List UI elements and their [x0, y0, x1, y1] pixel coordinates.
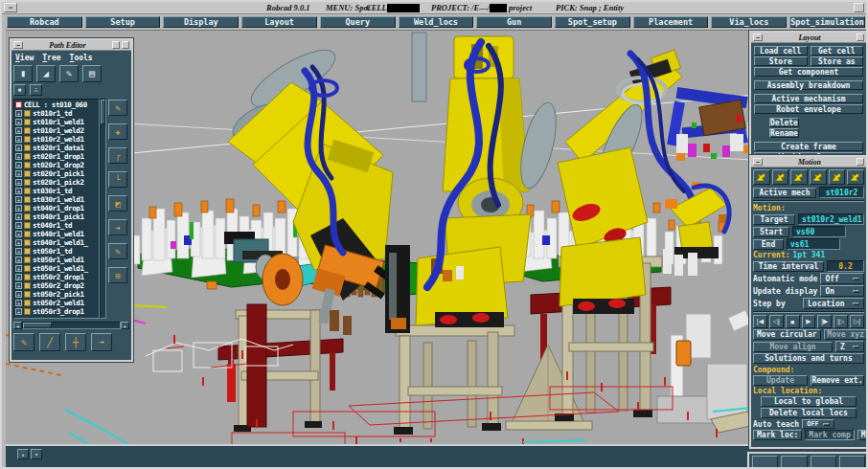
tree-item[interactable]: + st050r2_pick1	[15, 290, 99, 299]
tree-vertical-scrollbar[interactable]	[100, 99, 106, 319]
store-as-button[interactable]: Store as	[811, 56, 864, 66]
path-editor-titlebar[interactable]: — Path Editor	[11, 40, 131, 51]
window-corner-icon[interactable]	[854, 3, 864, 12]
partial-button[interactable]	[811, 456, 836, 469]
menubar-item[interactable]: Gun	[476, 16, 552, 28]
expand-icon[interactable]: +	[15, 110, 22, 117]
mirror-path-icon[interactable]: ⊞	[108, 267, 127, 283]
tree-item[interactable]: + st010r2_weld1	[15, 135, 99, 144]
get-component-button[interactable]: Get component	[754, 67, 863, 77]
menubar-item[interactable]: Via_locs	[711, 16, 787, 28]
drag-location-icon[interactable]: ➔	[91, 333, 112, 351]
tree-item[interactable]: + st020r1_drop1	[15, 152, 99, 161]
tree-item[interactable]: + st040r1_td	[15, 221, 99, 230]
corner-path-icon[interactable]: ┌	[108, 147, 127, 164]
robot-pen-path-icon[interactable]	[847, 169, 864, 185]
tree-item[interactable]: + st010r1_td	[15, 109, 99, 118]
tree-item[interactable]: + st020r1_data1	[15, 144, 99, 152]
robot-trace-icon[interactable]	[810, 169, 827, 185]
end-button[interactable]: End	[753, 239, 784, 250]
automatic-mode-select[interactable]: Off	[820, 273, 864, 284]
scrollbar-thumb[interactable]	[101, 100, 105, 124]
tree-item[interactable]: + st010r1_weld2	[15, 126, 99, 135]
stop-button[interactable]: ■	[786, 315, 800, 328]
menubar-item[interactable]: Spot_simulation	[789, 16, 865, 28]
expand-icon[interactable]: +	[15, 274, 22, 280]
menubar-item[interactable]: Setup	[85, 16, 161, 28]
solutions-and-turns-button[interactable]: Solutions and turns	[753, 353, 864, 364]
marker-icon[interactable]: ▪	[13, 84, 26, 96]
update-display-select[interactable]: On	[820, 285, 864, 297]
active-mechanism-button[interactable]: Active mechanism	[754, 94, 863, 103]
jump-path-icon[interactable]: ➔	[108, 219, 127, 235]
expand-icon[interactable]: +	[15, 188, 22, 194]
start-button[interactable]: Start	[753, 227, 789, 237]
robot-pose-list-icon[interactable]	[829, 169, 846, 185]
step-back-button[interactable]: ◁|	[769, 315, 784, 328]
mark-loc-button[interactable]: Mark loc:	[753, 430, 802, 440]
load-cell-button[interactable]: Load cell	[754, 46, 808, 56]
expand-icon[interactable]: +	[15, 257, 22, 263]
menubar-item[interactable]: Placement	[633, 16, 709, 28]
update-button[interactable]: Update	[753, 375, 808, 386]
menubar-item[interactable]: Layout	[241, 16, 317, 28]
expand-icon[interactable]: +	[15, 291, 22, 298]
active-mech-button[interactable]: Active mech	[753, 188, 816, 198]
eraser-icon[interactable]: ▮	[13, 65, 33, 82]
tree-item[interactable]: + st030r1_td	[15, 187, 99, 195]
surface-icon[interactable]: ◢	[36, 65, 56, 82]
robot-envelope-button[interactable]: Robot envelope	[754, 104, 863, 114]
move-xyz-button[interactable]: Move xyz	[824, 329, 868, 340]
tree-item[interactable]: + st050r2_drop1	[15, 273, 99, 281]
maximize-icon[interactable]	[122, 41, 129, 49]
maximize-icon[interactable]	[857, 34, 864, 41]
get-cell-button[interactable]: Get cell	[811, 46, 864, 56]
minimize-icon[interactable]: —	[13, 41, 23, 49]
partial-button[interactable]	[752, 456, 778, 469]
expand-icon[interactable]: +	[15, 239, 22, 246]
tree-item[interactable]: + st050r2_drop2	[15, 281, 99, 290]
expand-icon[interactable]: +	[15, 127, 22, 134]
expand-icon[interactable]: +	[15, 119, 22, 125]
add-location-icon[interactable]: ✚	[108, 123, 127, 140]
start-value[interactable]: vs60	[792, 226, 846, 237]
menubar-item[interactable]: Display	[163, 16, 239, 28]
auto-teach-select[interactable]: OFF	[802, 419, 834, 429]
window-minimize-icon[interactable]: —	[4, 3, 17, 12]
path-editor-menu[interactable]: Tools	[70, 54, 93, 62]
expand-icon[interactable]: +	[15, 170, 22, 177]
tree-item[interactable]: + st040r1_pick1	[15, 212, 99, 221]
tree-item[interactable]: + st010r1_weld1	[15, 118, 99, 126]
path-editor-menu[interactable]: View	[15, 54, 34, 62]
close-path-icon[interactable]: └	[108, 171, 127, 188]
expand-icon[interactable]: +	[15, 231, 22, 237]
scrollbar-thumb[interactable]	[23, 323, 52, 328]
delete-button[interactable]: Delete	[769, 118, 799, 127]
active-mech-value[interactable]: st010r2	[819, 187, 864, 198]
expand-icon[interactable]: +	[15, 248, 22, 255]
expand-icon[interactable]: +	[15, 179, 22, 186]
tree-horizontal-scrollbar[interactable]: ◂ ▸	[13, 322, 129, 329]
tree-item[interactable]: + st050r2_weld1	[15, 299, 99, 307]
frame-axes-icon[interactable]: ┼	[65, 333, 86, 351]
assembly-breakdown-button[interactable]: Assembly breakdown	[754, 80, 863, 90]
tree-item[interactable]: + st020r1_pick2	[15, 178, 99, 187]
menubar-item[interactable]: Weld_locs	[399, 16, 474, 28]
robot-reach-icon[interactable]	[790, 169, 808, 185]
scroll-right-icon[interactable]: ▸	[121, 322, 129, 329]
step-by-select[interactable]: Location	[803, 298, 864, 309]
expand-icon[interactable]: +	[15, 308, 22, 315]
create-frame-button[interactable]: Create frame	[754, 142, 863, 151]
time-interval-button[interactable]: Time interval	[753, 261, 824, 272]
partial-button[interactable]	[781, 456, 807, 469]
tree-item[interactable]: + st050r1_td	[15, 247, 99, 256]
robot-joint-jog-icon[interactable]	[753, 169, 770, 185]
hierarchy-icon[interactable]: ∴	[30, 84, 42, 96]
menubar-item[interactable]: Query	[320, 16, 396, 28]
expand-icon[interactable]: +	[15, 162, 22, 168]
scroll-up-button[interactable]: ▴	[17, 449, 29, 459]
measure-line-icon[interactable]: ╱	[39, 333, 60, 351]
local-to-global-button[interactable]: Local to global	[761, 396, 857, 407]
draw-path-icon[interactable]: ✎	[13, 333, 34, 351]
expand-icon[interactable]: +	[15, 300, 22, 306]
